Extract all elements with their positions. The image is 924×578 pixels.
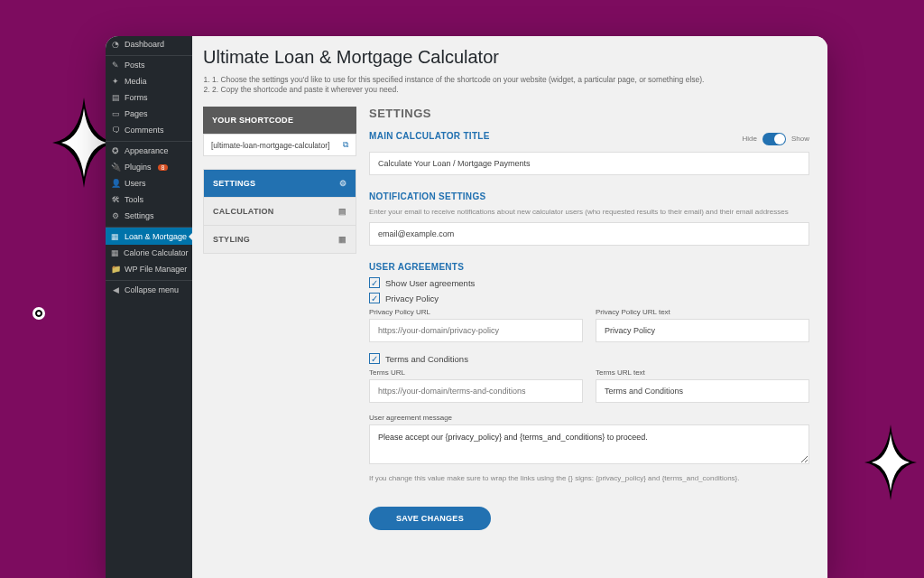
main-title-input[interactable] — [369, 152, 809, 175]
terms-text-input[interactable] — [596, 379, 809, 403]
menu-icon: 🛠 — [111, 195, 120, 204]
main-title-label: MAIN CALCULATOR TITLE — [369, 131, 490, 141]
menu-icon: 📁 — [111, 265, 120, 274]
sidebar-item-settings[interactable]: ⚙Settings — [106, 208, 192, 224]
menu-icon: ▭ — [111, 109, 120, 118]
sidebar-item-appearance[interactable]: ✪Appearance — [106, 141, 192, 159]
notification-hint: Enter your email to receive notification… — [369, 207, 809, 217]
menu-icon: 🗨 — [111, 126, 120, 135]
save-changes-button[interactable]: SAVE CHANGES — [369, 507, 491, 530]
tab-icon: ▤ — [338, 207, 346, 216]
menu-icon: ✎ — [111, 61, 120, 70]
privacy-url-label: Privacy Policy URL — [369, 308, 583, 316]
tab-styling[interactable]: STYLING▦ — [204, 226, 356, 253]
sidebar-item-pages[interactable]: ▭Pages — [106, 106, 192, 122]
settings-heading: SETTINGS — [369, 107, 809, 120]
sidebar-item-comments[interactable]: 🗨Comments — [106, 122, 192, 138]
main-content: Ultimate Loan & Mortgage Calculator 1. C… — [192, 36, 827, 578]
agreement-msg-hint: If you change this value make sure to wr… — [369, 473, 809, 483]
tab-settings[interactable]: SETTINGS⚙ — [204, 170, 356, 198]
privacy-policy-checkbox[interactable]: ✓ Privacy Policy — [369, 293, 809, 303]
page-title: Ultimate Loan & Mortgage Calculator — [203, 47, 809, 68]
terms-url-label: Terms URL — [369, 368, 583, 377]
sidebar-item-collapse-menu[interactable]: ◀Collapse menu — [106, 280, 192, 298]
sidebar-item-users[interactable]: 👤Users — [106, 175, 192, 191]
notification-email-input[interactable] — [369, 222, 809, 246]
menu-icon: ◀ — [111, 285, 120, 294]
menu-icon: ⚙ — [111, 211, 120, 220]
shortcode-box: [ultimate-loan-mortgage-calculator] ⧉ — [203, 134, 356, 156]
hide-label: Hide — [743, 135, 757, 143]
sidebar-item-wp-file-manager[interactable]: 📁WP File Manager — [106, 261, 192, 277]
notification-section: NOTIFICATION SETTINGS Enter your email t… — [369, 191, 809, 246]
sidebar-item-posts[interactable]: ✎Posts — [106, 55, 192, 73]
page-instructions: 1. Choose the settings you'd like to use… — [203, 75, 809, 94]
agreement-msg-label: User agreement message — [369, 414, 809, 422]
agreements-label: USER AGREEMENTS — [369, 262, 809, 272]
tab-icon: ⚙ — [339, 179, 346, 188]
sidebar-item-media[interactable]: ✦Media — [106, 73, 192, 89]
show-label: Show — [791, 135, 809, 143]
privacy-text-label: Privacy Policy URL text — [596, 308, 809, 316]
menu-icon: ✪ — [111, 146, 120, 155]
checkmark-icon: ✓ — [369, 277, 380, 288]
menu-icon: ▤ — [111, 93, 120, 102]
copy-icon[interactable]: ⧉ — [343, 140, 348, 150]
privacy-url-input[interactable] — [369, 319, 583, 342]
menu-icon: ▦ — [111, 248, 119, 257]
privacy-text-input[interactable] — [596, 319, 809, 342]
terms-text-label: Terms URL text — [596, 368, 809, 377]
sidebar-item-loan-mortgage[interactable]: ▦Loan & Mortgage — [106, 227, 192, 245]
sidebar-item-calorie-calculator[interactable]: ▦Calorie Calculator — [106, 245, 192, 261]
sidebar-item-plugins[interactable]: 🔌Plugins8 — [106, 159, 192, 175]
shortcode-heading: YOUR SHORTCODE — [203, 107, 356, 134]
title-visibility-toggle[interactable] — [762, 133, 786, 145]
wp-admin-sidebar: ◔Dashboard✎Posts✦Media▤Forms▭Pages🗨Comme… — [106, 36, 192, 578]
settings-tabs: SETTINGS⚙CALCULATION▤STYLING▦ — [203, 169, 356, 254]
menu-icon: ✦ — [111, 77, 120, 86]
terms-url-input[interactable] — [369, 379, 583, 403]
notification-label: NOTIFICATION SETTINGS — [369, 191, 809, 201]
main-title-section: MAIN CALCULATOR TITLE Hide Show — [369, 131, 809, 175]
menu-icon: ▦ — [111, 232, 120, 241]
tab-calculation[interactable]: CALCULATION▤ — [204, 198, 356, 226]
sidebar-item-dashboard[interactable]: ◔Dashboard — [106, 36, 192, 52]
shortcode-value: [ultimate-loan-mortgage-calculator] — [211, 141, 329, 150]
sidebar-item-forms[interactable]: ▤Forms — [106, 89, 192, 106]
terms-checkbox[interactable]: ✓ Terms and Conditions — [369, 353, 809, 364]
user-agreements-section: USER AGREEMENTS ✓ Show User agreements ✓… — [369, 262, 809, 483]
sidebar-item-tools[interactable]: 🛠Tools — [106, 191, 192, 208]
tab-icon: ▦ — [338, 235, 346, 244]
checkmark-icon: ✓ — [369, 293, 380, 303]
update-badge: 8 — [158, 164, 169, 171]
checkmark-icon: ✓ — [369, 353, 380, 364]
show-user-agreements-checkbox[interactable]: ✓ Show User agreements — [369, 277, 809, 288]
menu-icon: ◔ — [111, 40, 120, 49]
menu-icon: 🔌 — [111, 163, 120, 172]
agreement-msg-textarea[interactable] — [369, 424, 809, 464]
menu-icon: 👤 — [111, 179, 120, 188]
